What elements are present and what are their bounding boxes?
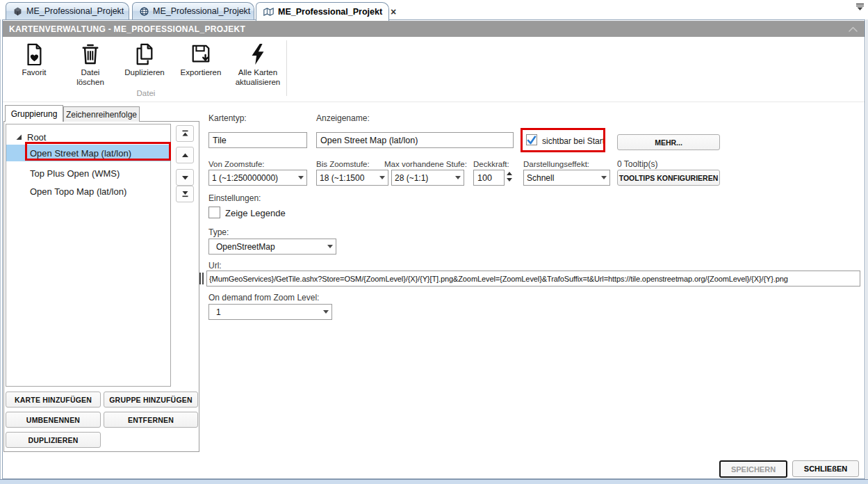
splitter-grip[interactable] <box>199 273 205 284</box>
tree-node-label: Open Topo Map (lat/lon) <box>30 186 126 197</box>
anzeigename-input[interactable]: Open Street Map (lat/lon) <box>316 132 514 148</box>
einstellungen-label: Einstellungen: <box>208 193 261 203</box>
button-label: GRUPPE HINZUFÜGEN <box>109 396 193 404</box>
tooltip-count-label: 0 Tooltip(s) <box>617 159 657 169</box>
globe-icon <box>140 7 149 16</box>
mehr-button[interactable]: MEHR... <box>617 134 720 150</box>
speichern-button[interactable]: SPEICHERN <box>719 460 787 478</box>
input-value: 100 <box>477 173 492 183</box>
bis-zoomstufe-label: Bis Zoomstufe: <box>316 160 370 168</box>
document-tab-1[interactable]: ME_Professional_Projekt <box>6 2 129 19</box>
chevron-down-icon <box>379 176 385 179</box>
tree-expander-icon[interactable] <box>16 134 22 140</box>
kartentyp-input[interactable]: Tile <box>208 132 307 148</box>
gruppe-hinzufuegen-button[interactable]: GRUPPE HINZUFÜGEN <box>104 392 198 408</box>
deckkraft-input[interactable]: 100 <box>473 170 505 186</box>
tree-root-node[interactable]: Root <box>6 129 170 145</box>
tab-zeichenreihenfolge[interactable]: Zeichenreihenfolge <box>63 106 140 122</box>
tree-node-top-plus-open[interactable]: Top Plus Open (WMS) <box>6 165 170 182</box>
button-label: UMBENENNEN <box>26 416 80 424</box>
move-down-icon <box>181 175 189 180</box>
url-input[interactable]: {MumGeoServices}/GetTile.ashx?Store=OSM/… <box>206 271 860 287</box>
collapse-chevron-icon[interactable] <box>848 24 858 33</box>
tree-node-label: Root <box>27 132 46 143</box>
darstellungseffekt-select[interactable]: Schnell <box>523 170 610 186</box>
toolbar-button-label: Alle Karten aktualisieren <box>236 67 281 87</box>
chevron-down-icon <box>601 176 607 179</box>
favorite-document-icon <box>24 40 44 65</box>
bis-zoomstufe-select[interactable]: 18 (~1:1500 <box>316 170 388 186</box>
max-vorhandene-stufe-label: Max vorhandene Stufe: <box>384 160 467 168</box>
tab-label: Zeichenreihenfolge <box>66 110 137 120</box>
lightning-icon <box>249 40 266 65</box>
dialog-titlebar: KARTENVERWALTUNG - ME_PROFESSIONAL_PROJE… <box>3 21 865 37</box>
chevron-down-icon <box>455 176 461 179</box>
zeige-legende-checkbox[interactable] <box>208 207 220 218</box>
spinner-down-icon[interactable] <box>507 178 512 182</box>
entfernen-button[interactable]: ENTFERNEN <box>104 412 198 428</box>
kartentyp-label: Kartentyp: <box>208 113 247 123</box>
tooltips-konfigurieren-button[interactable]: TOOLTIPS KONFIGURIEREN <box>617 170 720 186</box>
map-tree: Root Open Street Map (lat/lon) Top Plus … <box>6 124 171 387</box>
von-zoomstufe-select[interactable]: 1 (~1:250000000) <box>208 170 307 186</box>
move-to-top-icon <box>181 130 189 137</box>
sichtbar-bei-start-label: sichtbar bei Start <box>542 136 605 146</box>
tab-label: ME_Professional_Projekt <box>278 7 382 17</box>
on-demand-select[interactable]: 1 <box>208 304 332 320</box>
tab-gruppierung[interactable]: Gruppierung <box>5 105 63 122</box>
move-to-top-button[interactable] <box>176 125 194 142</box>
select-value: 18 (~1:1500 <box>320 173 377 183</box>
input-value: Tile <box>213 136 227 145</box>
tab-overflow-icon[interactable] <box>855 3 865 11</box>
tab-close-icon[interactable]: × <box>391 7 396 17</box>
ribbon-bottom-line <box>3 102 865 102</box>
map-management-window: ME_Professional_Projekt ME_Professional_… <box>0 0 868 484</box>
darstellungseffekt-label: Darstellungseffekt: <box>523 160 589 168</box>
button-label: SCHLIEßEN <box>804 465 847 473</box>
karte-hinzufuegen-button[interactable]: KARTE HINZUFÜGEN <box>6 392 101 408</box>
anzeigename-label: Anzeigename: <box>316 113 370 123</box>
deckkraft-label: Deckkraft: <box>473 160 509 168</box>
von-zoomstufe-label: Von Zoomstufe: <box>208 160 265 168</box>
select-value: 1 <box>212 307 320 317</box>
chevron-down-icon <box>323 310 329 314</box>
toolbar-button-label: Duplizieren <box>124 67 165 77</box>
move-to-bottom-button[interactable] <box>176 186 194 202</box>
duplizieren-panel-button[interactable]: DUPLIZIEREN <box>6 432 101 448</box>
max-vorhandene-stufe-select[interactable]: 28 (~1:1) <box>391 170 464 186</box>
trash-icon <box>81 40 100 65</box>
spinner-up-icon[interactable] <box>507 172 512 175</box>
button-label: TOOLTIPS KONFIGURIEREN <box>619 174 719 182</box>
select-value: OpenStreetMap <box>212 242 325 252</box>
window-border-left <box>0 19 1 479</box>
checkmark-icon <box>527 136 537 145</box>
schliessen-button[interactable]: SCHLIEßEN <box>792 460 859 477</box>
tree-node-label: Top Plus Open (WMS) <box>30 168 120 179</box>
input-value: {MumGeoServices}/GetTile.ashx?Store=OSM/… <box>209 275 788 283</box>
chevron-down-icon <box>298 176 304 179</box>
toolbar-divider <box>286 40 287 96</box>
move-down-button[interactable] <box>176 169 194 186</box>
button-label: KARTE HINZUFÜGEN <box>15 396 92 404</box>
button-label: SPEICHERN <box>731 465 776 474</box>
toolbar-button-label: Exportieren <box>181 67 222 77</box>
document-tab-3-active[interactable]: ME_Professional_Projekt × <box>256 2 389 21</box>
tab-label: Gruppierung <box>11 109 58 119</box>
type-select[interactable]: OpenStreetMap <box>208 239 336 255</box>
umbenennen-button[interactable]: UMBENENNEN <box>6 412 101 428</box>
map-icon <box>263 8 274 16</box>
dialog-title: KARTENVERWALTUNG - ME_PROFESSIONAL_PROJE… <box>9 24 245 34</box>
button-label: ENTFERNEN <box>128 416 174 424</box>
cube-icon <box>13 7 22 16</box>
input-value: Open Street Map (lat/lon) <box>320 136 418 145</box>
move-up-button[interactable] <box>176 147 194 163</box>
deckkraft-spinner[interactable] <box>507 172 512 182</box>
button-label: MEHR... <box>655 138 682 147</box>
zeige-legende-label: Zeige Legende <box>225 208 286 218</box>
sichtbar-bei-start-checkbox[interactable] <box>526 134 537 145</box>
tree-node-label: Open Street Map (lat/lon) <box>30 148 131 159</box>
type-label: Type: <box>208 227 229 237</box>
document-tab-2[interactable]: ME_Professional_Projekt <box>132 2 254 19</box>
tree-node-open-street-map[interactable]: Open Street Map (lat/lon) <box>6 145 170 161</box>
tree-node-open-topo-map[interactable]: Open Topo Map (lat/lon) <box>6 183 170 200</box>
